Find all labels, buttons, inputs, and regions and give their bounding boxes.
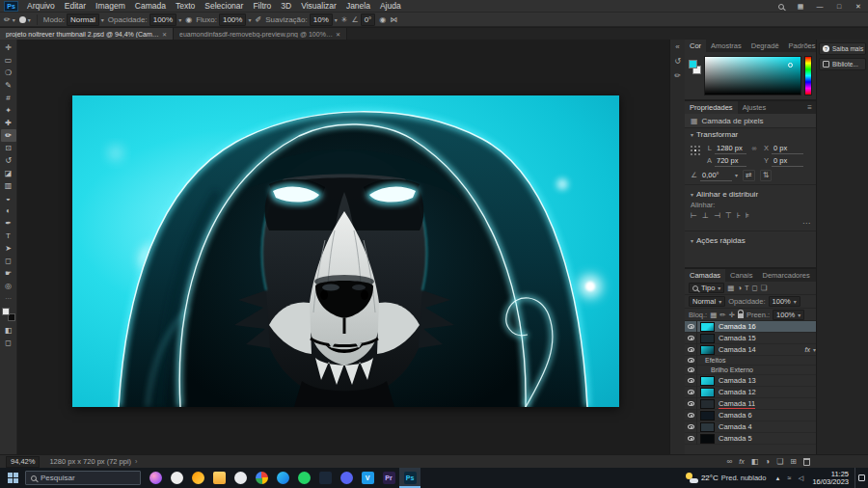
layer-name[interactable]: Camada 14 <box>719 345 802 354</box>
layer-thumbnail[interactable] <box>700 322 715 332</box>
layer-row[interactable]: Camada 6 <box>685 410 816 421</box>
start-button[interactable] <box>0 468 25 488</box>
workspace-switcher-icon[interactable]: ▦ <box>791 0 810 13</box>
hand-tool[interactable]: ☛ <box>1 267 16 280</box>
width-field[interactable]: 1280 px <box>715 143 746 154</box>
menu-filtro[interactable]: Filtro <box>248 0 276 13</box>
move-tool[interactable]: ✛ <box>1 41 16 54</box>
layer-thumbnail[interactable] <box>700 388 715 397</box>
align-left-icon[interactable]: ⊢ <box>691 211 697 220</box>
search-icon[interactable] <box>772 0 791 13</box>
layer-thumbnail[interactable] <box>700 334 715 343</box>
add-mask-icon[interactable]: ◧ <box>751 457 759 466</box>
layer-thumbnail[interactable] <box>700 399 715 409</box>
align-more-icon[interactable]: ⋯ <box>685 221 816 228</box>
taskbar-app[interactable] <box>145 468 166 488</box>
taskbar-app[interactable] <box>314 468 336 488</box>
visibility-toggle[interactable] <box>685 398 697 410</box>
effects-row[interactable]: Efeitos <box>685 356 816 366</box>
visibility-toggle[interactable] <box>685 410 697 421</box>
brush-preset-picker[interactable]: ▾ <box>19 16 31 23</box>
zoom-level-field[interactable]: 94,42% <box>6 456 40 468</box>
smoothing-options-icon[interactable]: ✳ <box>341 15 348 24</box>
taskbar-clock[interactable]: 11:25 16/03/2023 <box>812 471 849 486</box>
layer-filter-select[interactable]: Tipo ▾ <box>689 283 724 293</box>
taskbar-app[interactable] <box>230 468 251 488</box>
layer-thumbnail[interactable] <box>700 345 715 355</box>
menu-camada[interactable]: Camada <box>130 0 171 13</box>
tab-degrade[interactable]: Degradê <box>746 40 784 52</box>
align-top-icon[interactable]: ⊤ <box>725 211 732 220</box>
libraries-button[interactable]: Bibliote... <box>819 58 866 70</box>
close-tab-icon[interactable]: ✕ <box>336 31 340 38</box>
tab-demarcadores[interactable]: Demarcadores <box>757 269 814 282</box>
path-selection-tool[interactable]: ➤ <box>1 242 16 255</box>
tab-camadas[interactable]: Camadas <box>685 269 725 282</box>
visibility-toggle[interactable] <box>685 321 697 333</box>
color-picker-dot[interactable] <box>788 63 793 68</box>
layer-row[interactable]: Camada 12 <box>685 387 816 398</box>
layer-name[interactable]: Camada 15 <box>719 334 816 342</box>
taskbar-search[interactable]: Pesquisar <box>25 471 141 485</box>
smoothing-control[interactable]: Suavização: 10% ▾ <box>265 14 338 26</box>
layer-name[interactable]: Camada 13 <box>719 376 816 385</box>
taskbar-app-active[interactable]: Ps <box>399 468 420 488</box>
filter-type-layers-icon[interactable]: T <box>745 284 749 292</box>
flip-horizontal-icon[interactable]: ⇄ <box>743 170 755 181</box>
angle-field[interactable]: 0,00° <box>700 170 732 181</box>
blur-tool[interactable]: ◒ <box>1 192 16 204</box>
link-layers-icon[interactable]: ∞ <box>727 457 733 466</box>
taskbar-app[interactable] <box>272 468 293 488</box>
dodge-tool[interactable]: ◐ <box>1 204 16 217</box>
layer-row[interactable]: Camada 14 fx ▾ <box>685 344 816 356</box>
layer-row[interactable]: Camada 11 <box>685 398 816 410</box>
hue-slider[interactable] <box>804 56 812 95</box>
menu-selecionar[interactable]: Selecionar <box>200 0 248 13</box>
layer-thumbnail[interactable] <box>700 422 715 432</box>
saturation-brightness-box[interactable] <box>704 56 801 95</box>
outer-glow-row[interactable]: Brilho Externo <box>685 366 816 375</box>
new-layer-icon[interactable]: ⊞ <box>790 457 797 466</box>
history-panel-icon[interactable]: ↺ <box>674 57 681 66</box>
brush-tool[interactable]: ✏ <box>1 129 16 142</box>
pressure-opacity-icon[interactable]: ◉ <box>185 15 192 24</box>
transform-section-header[interactable]: ▾ Transformar <box>685 128 816 141</box>
layer-name[interactable]: Camada 11 <box>719 399 755 409</box>
y-field[interactable]: 0 px <box>772 155 803 167</box>
visibility-toggle[interactable] <box>685 387 697 398</box>
adjustment-layer-icon[interactable]: ◑ <box>765 457 770 466</box>
healing-brush-tool[interactable]: ✚ <box>1 117 16 129</box>
filter-pixel-layers-icon[interactable]: ▦ <box>727 284 734 292</box>
photoshop-logo-icon[interactable]: Ps <box>4 1 18 12</box>
maximize-button[interactable]: □ <box>829 0 849 13</box>
layer-name[interactable]: Camada 5 <box>719 434 816 443</box>
weather-widget[interactable]: 22°C Pred. nublado <box>680 468 773 488</box>
shape-tool[interactable]: ◻ <box>1 255 16 267</box>
history-brush-tool[interactable]: ↺ <box>1 154 16 167</box>
taskbar-app[interactable] <box>251 468 272 488</box>
tab-canais[interactable]: Canais <box>725 269 757 282</box>
visibility-toggle[interactable] <box>685 333 697 344</box>
taskbar-app[interactable] <box>166 468 187 488</box>
lock-transparency-icon[interactable]: ▦ <box>710 311 717 319</box>
visibility-toggle[interactable] <box>685 356 697 366</box>
lasso-tool[interactable]: ❍ <box>1 67 16 79</box>
tab-propriedades[interactable]: Propriedades <box>685 101 738 114</box>
crop-tool[interactable]: # <box>1 92 16 104</box>
lock-pixels-icon[interactable]: ✏ <box>719 311 725 319</box>
align-bottom-icon[interactable]: ⊧ <box>746 211 749 220</box>
network-icon[interactable]: ≈ <box>783 474 795 481</box>
document-tab[interactable]: euamondinfasdf-removebg-preview.png @ 10… <box>174 28 347 40</box>
tray-expand-icon[interactable]: ▴ <box>772 474 783 482</box>
zoom-tool[interactable]: ◎ <box>1 280 16 292</box>
brushes-panel-icon[interactable]: ✏ <box>674 71 681 80</box>
type-tool[interactable]: T <box>1 230 16 242</box>
lock-all-icon[interactable] <box>738 313 744 318</box>
visibility-toggle[interactable] <box>685 366 697 375</box>
layer-name[interactable]: Camada 6 <box>719 411 816 420</box>
eyedropper-tool[interactable]: ✦ <box>1 104 16 117</box>
menu-3d[interactable]: 3D <box>276 0 296 13</box>
layer-name[interactable]: Camada 16 <box>719 322 816 331</box>
symmetry-icon[interactable]: ⋈ <box>390 15 397 24</box>
layer-row[interactable]: Camada 5 <box>685 433 816 445</box>
